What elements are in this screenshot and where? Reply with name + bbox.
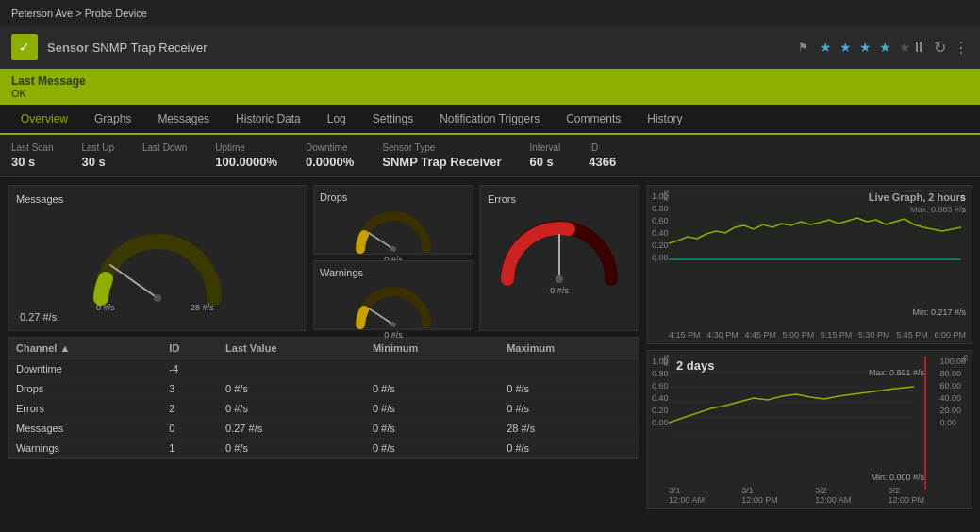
tab-settings[interactable]: Settings xyxy=(359,105,426,133)
main-content: Messages 0 #/s 28 #/s 0. xyxy=(0,177,980,517)
star-1[interactable]: ★ xyxy=(820,40,832,55)
tab-messages[interactable]: Messages xyxy=(144,105,223,133)
stat-last-scan: Last Scan 30 s xyxy=(11,142,53,169)
flag-icon[interactable]: ⚑ xyxy=(798,41,808,54)
tab-log[interactable]: Log xyxy=(314,105,359,133)
stat-interval: Interval 60 s xyxy=(530,142,561,169)
live-graph-x-axis: 4:15 PM4:30 PM4:45 PM5:00 PM5:15 PM5:30 … xyxy=(669,330,966,340)
tab-overview[interactable]: Overview xyxy=(8,105,81,135)
messages-gauge-value: 0.27 #/s xyxy=(20,311,57,323)
nav-tabs: Overview Graphs Messages Historic Data L… xyxy=(0,105,980,135)
breadcrumb-parent[interactable]: Peterson Ave xyxy=(11,8,73,19)
cell-id: 1 xyxy=(161,439,218,458)
gauges-row: Messages 0 #/s 28 #/s 0. xyxy=(8,185,639,331)
live-graph-min: Min: 0.217 #/s xyxy=(912,308,966,317)
messages-gauge: Messages 0 #/s 28 #/s 0. xyxy=(8,185,307,331)
col-channel[interactable]: Channel ▲ xyxy=(8,338,161,359)
stat-id: ID 4366 xyxy=(589,142,616,169)
col-minimum[interactable]: Minimum xyxy=(365,338,499,359)
cell-id: 2 xyxy=(161,399,218,419)
left-panel: Messages 0 #/s 28 #/s 0. xyxy=(8,185,639,509)
right-panel: 1.000.800.600.400.200.00 #/s Live Graph,… xyxy=(647,185,972,509)
tab-graphs[interactable]: Graphs xyxy=(81,105,144,133)
cell-last-value xyxy=(218,359,365,379)
last-message-label: Last Message xyxy=(11,75,969,88)
svg-point-9 xyxy=(556,275,563,283)
more-button[interactable]: ⋮ xyxy=(954,39,969,57)
col-last-value[interactable]: Last Value xyxy=(218,338,365,359)
cell-channel: Errors xyxy=(8,399,161,419)
cell-id: 3 xyxy=(161,379,218,399)
stat-last-down: Last Down xyxy=(142,142,187,169)
cell-minimum: 0 #/s xyxy=(365,399,499,419)
two-day-right-axis: 100.0080.0060.0040.0020.000.00 xyxy=(939,357,966,427)
svg-line-0 xyxy=(110,265,158,298)
col-id[interactable]: ID xyxy=(161,338,218,359)
two-day-red-line xyxy=(924,357,926,490)
table-row: Downtime -4 xyxy=(8,359,639,379)
errors-gauge: Errors 0 #/s xyxy=(479,185,639,331)
live-graph: 1.000.800.600.400.200.00 #/s Live Graph,… xyxy=(647,185,972,344)
star-4[interactable]: ★ xyxy=(879,40,891,55)
sensor-bar: ✓ Sensor SNMP Trap Receiver ⚑ ★ ★ ★ ★ ★ … xyxy=(0,26,980,69)
pause-button[interactable]: ⏸ xyxy=(911,39,926,56)
sensor-status-icon: ✓ xyxy=(11,34,38,60)
cell-channel: Messages xyxy=(8,419,161,439)
stat-downtime: Downtime 0.0000% xyxy=(306,142,354,169)
two-day-graph-min: Min: 0.000 #/s xyxy=(871,473,924,482)
breadcrumb-current[interactable]: Probe Device xyxy=(85,8,147,19)
star-3[interactable]: ★ xyxy=(859,40,872,55)
last-message-bar: Last Message OK xyxy=(0,69,980,105)
errors-gauge-svg xyxy=(488,208,631,293)
star-2[interactable]: ★ xyxy=(839,40,852,55)
breadcrumb-separator: > xyxy=(73,8,85,19)
svg-point-5 xyxy=(390,246,396,252)
two-day-x-axis: 3/112:00 AM3/112:00 PM3/212:00 AM3/212:0… xyxy=(669,486,924,505)
cell-maximum xyxy=(499,359,639,379)
tab-history[interactable]: History xyxy=(634,105,695,133)
two-day-right-unit: % xyxy=(960,355,970,362)
breadcrumb: Peterson Ave > Probe Device xyxy=(0,0,980,26)
table-row: Errors 2 0 #/s 0 #/s 0 #/s xyxy=(8,399,639,419)
cell-last-value: 0 #/s xyxy=(218,399,365,419)
warnings-gauge: Warnings 0 #/s xyxy=(313,260,473,330)
svg-point-1 xyxy=(154,294,161,302)
svg-text:28 #/s: 28 #/s xyxy=(191,303,214,312)
table-row: Messages 0 0.27 #/s 0 #/s 28 #/s xyxy=(8,419,639,439)
cell-maximum: 0 #/s xyxy=(499,399,639,419)
cell-maximum: 0 #/s xyxy=(499,439,639,458)
sensor-actions: ⏸ ↻ ⋮ xyxy=(911,39,969,57)
stat-last-up: Last Up 30 s xyxy=(81,142,113,169)
drops-gauge: Drops 0 #/s xyxy=(313,185,473,255)
tab-historic-data[interactable]: Historic Data xyxy=(223,105,314,133)
cell-channel: Downtime xyxy=(8,359,161,379)
cell-maximum: 0 #/s xyxy=(499,379,639,399)
data-table: Channel ▲ ID Last Value Minimum Maximum … xyxy=(8,337,639,459)
live-graph-svg xyxy=(669,191,961,267)
table-row: Drops 3 0 #/s 0 #/s 0 #/s xyxy=(8,379,639,399)
stats-row: Last Scan 30 s Last Up 30 s Last Down Up… xyxy=(0,135,980,177)
cell-last-value: 0 #/s xyxy=(218,379,365,399)
drops-gauge-title: Drops xyxy=(320,191,467,203)
star-5[interactable]: ★ xyxy=(899,40,911,55)
cell-channel: Warnings xyxy=(8,439,161,458)
sensor-title: Sensor SNMP Trap Receiver xyxy=(47,41,794,55)
stat-sensor-type: Sensor Type SNMP Trap Receiver xyxy=(382,142,501,169)
cell-minimum: 0 #/s xyxy=(365,439,499,458)
tab-notification-triggers[interactable]: Notification Triggers xyxy=(426,105,553,133)
two-day-graph-svg xyxy=(669,357,914,432)
cell-minimum: 0 #/s xyxy=(365,419,499,439)
svg-rect-16 xyxy=(669,191,961,267)
tab-comments[interactable]: Comments xyxy=(553,105,634,133)
cell-last-value: 0 #/s xyxy=(218,439,365,458)
col-maximum[interactable]: Maximum xyxy=(499,338,639,359)
cell-last-value: 0.27 #/s xyxy=(218,419,365,439)
warnings-gauge-title: Warnings xyxy=(320,267,467,278)
refresh-button[interactable]: ↻ xyxy=(934,39,946,57)
small-gauges: Drops 0 #/s Warnings xyxy=(313,185,473,331)
table-row: Warnings 1 0 #/s 0 #/s 0 #/s xyxy=(8,439,639,458)
last-message-value: OK xyxy=(11,88,969,99)
cell-minimum xyxy=(365,359,499,379)
stat-uptime: Uptime 100.0000% xyxy=(215,142,277,169)
cell-id: 0 xyxy=(161,419,218,439)
